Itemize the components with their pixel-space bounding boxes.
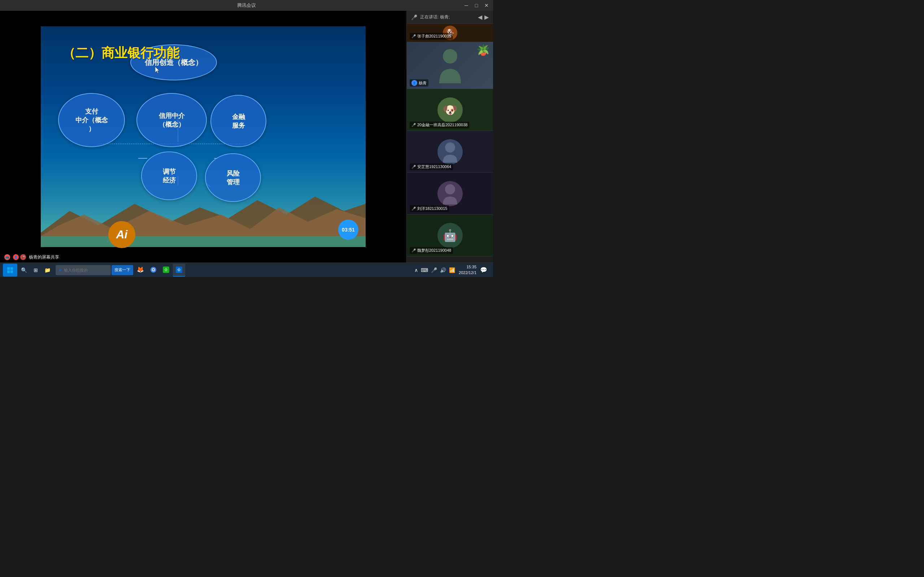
slide: 信用创造（概念） 支付中介（概念） 信用中介（概念） 金融服务 调节经济 风险管… <box>41 26 366 247</box>
speaking-label: 正在讲话: 杨青; <box>420 14 450 20</box>
participant-card: 🎤 安芷慧1921130064 <box>407 131 493 173</box>
user-icon-overlay: 👤 <box>13 254 19 260</box>
wechat-work-icon: 企 <box>163 266 169 273</box>
maximize-button[interactable]: □ <box>473 3 479 8</box>
svg-rect-13 <box>7 267 10 270</box>
right-panel: 🎤 正在讲话: 杨青; ◀ ▶ 🐕 🎤 张子彪2021190015 <box>406 11 493 263</box>
window-controls: ─ □ ✕ <box>464 0 489 11</box>
presentation-area: 信用创造（概念） 支付中介（概念） 信用中介（概念） 金融服务 调节经济 风险管… <box>0 11 406 263</box>
window-title: 腾讯会议 <box>237 2 256 9</box>
search-bar: e <box>56 265 111 275</box>
main-layout: 信用创造（概念） 支付中介（概念） 信用中介（概念） 金融服务 调节经济 风险管… <box>0 11 493 263</box>
participant-mic-icon: 🎤 <box>412 34 416 38</box>
titlebar: 腾讯会议 ─ □ ✕ <box>0 0 493 11</box>
participant-name: 🎤 20金融一班高磊2021190038 <box>410 121 469 128</box>
taskbar-app-firefox[interactable]: 🦊 <box>134 264 147 277</box>
clock-widget[interactable]: 15:35 2022/12/1 <box>459 264 477 276</box>
participant-mic-icon: 🎤 <box>412 248 416 253</box>
svg-point-10 <box>443 49 457 63</box>
participant-mic-icon: 🎤 <box>412 165 416 169</box>
chevron-tray-icon[interactable]: ∧ <box>414 267 418 273</box>
participant-card: 🐶 🎤 20金融一班高磊2021190038 <box>407 89 493 131</box>
plant-icon: 🪴 <box>477 44 490 56</box>
avatar <box>438 181 463 206</box>
participant-card: 🐕 🎤 张子彪2021190015 <box>407 24 493 42</box>
avatar: 🐶 <box>438 97 463 122</box>
mountains-decoration <box>41 189 366 247</box>
screen-share-overlay: 📺 👤 🎤 杨青的屏幕共享 <box>0 252 406 263</box>
windows-icon <box>7 267 13 273</box>
mic-tray-icon[interactable]: 🎤 <box>431 267 437 273</box>
participant-card: 🎤 刘洋1821130015 <box>407 173 493 214</box>
participant-name: 👤 杨青 <box>410 79 428 87</box>
tencent-meeting-icon: 会 <box>176 266 182 273</box>
participant-name: 🎤 刘洋1821130015 <box>410 205 449 212</box>
svg-point-11 <box>445 142 455 153</box>
system-tray: ∧ ⌨ 🎤 🔊 📶 <box>412 267 458 273</box>
video-on-icon: 👤 <box>412 80 417 86</box>
participant-name: 🎤 魏梦彤2021190048 <box>410 247 453 254</box>
mic-icon-overlay: 🎤 <box>20 254 26 260</box>
participant-mic-icon: 🎤 <box>412 206 416 211</box>
node-zhifu-zhongjie: 支付中介（概念） <box>58 93 125 147</box>
taskbar-app-tencent-meeting[interactable]: 会 <box>173 264 185 277</box>
file-explorer-button[interactable]: 📁 <box>42 264 53 277</box>
volume-icon[interactable]: 🔊 <box>440 267 446 273</box>
taskbar-app-wechat-work[interactable]: 企 <box>160 264 172 277</box>
chrome-icon <box>150 267 156 272</box>
node-xinyong-zhongjie: 信用中介（概念） <box>136 93 207 147</box>
task-view-button[interactable]: ⊞ <box>31 264 41 277</box>
svg-rect-16 <box>10 271 13 273</box>
ai-badge: Ai <box>108 221 135 248</box>
timer-badge: 03:51 <box>338 220 359 240</box>
ie-taskbar-icon: e <box>59 268 62 272</box>
svg-rect-14 <box>10 267 13 270</box>
search-input[interactable] <box>64 268 107 272</box>
person-avatar <box>441 183 459 205</box>
slide-title: （二）商业银行功能 <box>63 44 179 62</box>
search-submit-button[interactable]: 搜索一下 <box>111 265 133 275</box>
avatar: 🤖 <box>438 223 463 248</box>
participant-mic-icon: 🎤 <box>412 123 416 127</box>
svg-point-12 <box>445 184 455 194</box>
speaking-bar: 🎤 正在讲话: 杨青; ◀ ▶ <box>407 11 493 24</box>
avatar <box>438 139 463 164</box>
screen-share-icon-overlay: 📺 <box>4 254 10 260</box>
minimize-button[interactable]: ─ <box>464 3 469 8</box>
person-avatar <box>441 141 459 163</box>
forward-icon[interactable]: ▶ <box>485 14 489 21</box>
clock-date: 2022/12/1 <box>459 270 477 276</box>
network-icon[interactable]: 📶 <box>449 267 455 273</box>
svg-point-19 <box>152 269 154 271</box>
person-silhouette <box>436 47 465 83</box>
close-button[interactable]: ✕ <box>484 3 489 8</box>
svg-rect-15 <box>7 271 10 273</box>
svg-rect-9 <box>41 236 366 247</box>
yang-qing-card: 🪴 👤 杨青 <box>407 42 493 89</box>
participant-name: 🎤 张子彪2021190015 <box>410 33 453 40</box>
back-icon[interactable]: ◀ <box>478 14 482 21</box>
taskbar: 🔍 ⊞ 📁 e 搜索一下 🦊 企 会 ∧ ⌨ 🎤 🔊 📶 15:35 2022/… <box>0 263 493 277</box>
keyboard-icon[interactable]: ⌨ <box>421 267 428 273</box>
start-button[interactable] <box>3 264 17 277</box>
search-button[interactable]: 🔍 <box>18 264 30 277</box>
taskbar-app-chrome[interactable] <box>148 264 159 277</box>
participant-card: 🤖 🎤 魏梦彤2021190048 <box>407 214 493 256</box>
notification-button[interactable]: 💬 <box>477 264 490 277</box>
participant-name: 🎤 安芷慧1921130064 <box>410 163 453 170</box>
mic-muted-icon: 🎤 <box>411 15 417 20</box>
screen-share-name: 杨青的屏幕共享 <box>29 254 59 260</box>
participant-list: 🐕 🎤 张子彪2021190015 <box>407 24 493 263</box>
clock-time: 15:35 <box>459 264 477 270</box>
node-jinrong-fuwu: 金融服务 <box>210 95 267 147</box>
